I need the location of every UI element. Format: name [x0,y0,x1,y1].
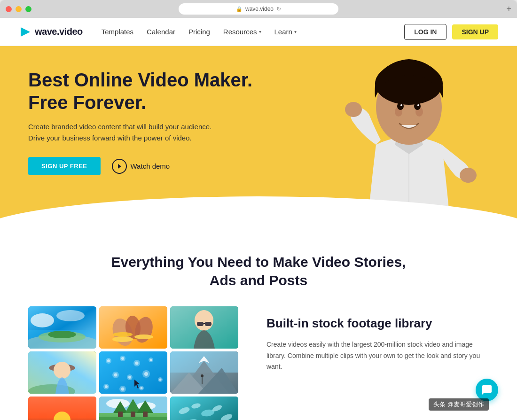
grid-item-fish[interactable] [170,397,238,420]
svg-point-26 [113,332,133,337]
logo-text: wave.video [35,26,83,37]
nav-templates[interactable]: Templates [102,28,133,36]
grid-item-woman[interactable] [170,306,238,349]
lock-icon: 🔒 [236,6,243,12]
address-bar[interactable]: 🔒 wave.video ↻ [179,3,338,15]
new-tab-button[interactable]: + [506,4,511,14]
hero-title: Best Online Video Maker. Free Forever. [28,69,252,114]
watch-demo-button[interactable]: Watch demo [112,159,170,174]
features-section: Everything You Need to Make Video Storie… [0,234,517,420]
grid-item-beach[interactable] [28,306,96,349]
svg-point-67 [201,374,204,377]
svg-point-8 [414,102,421,110]
stock-image-grid [28,306,238,420]
browser-titlebar: 🔒 wave.video ↻ + [0,0,517,18]
nav-resources[interactable]: Resources ▾ [223,28,261,36]
close-button[interactable] [6,6,12,12]
demo-play-icon [112,159,127,174]
logo[interactable]: wave.video [19,25,83,39]
url-text: wave.video [245,6,274,12]
svg-point-7 [397,102,404,110]
svg-rect-37 [99,351,167,394]
resources-chevron-icon: ▾ [259,29,261,34]
svg-rect-90 [118,412,123,417]
svg-rect-92 [143,412,148,417]
signup-button[interactable]: SIGN UP [452,24,498,39]
nav-learn[interactable]: Learn ▾ [274,28,297,36]
grid-item-mountain[interactable] [170,351,238,394]
feature-desc-title: Built-in stock footage library [266,316,489,332]
grid-item-sunset[interactable] [28,397,96,420]
svg-point-11 [345,102,362,117]
hero-subtitle: Create branded video content that will b… [28,121,252,144]
hero-actions: SIGN UP FREE Watch demo [28,157,252,175]
svg-point-43 [135,362,139,365]
svg-point-57 [121,388,125,391]
grid-item-girl[interactable] [28,351,96,394]
svg-point-20 [48,331,76,338]
logo-play-icon [19,25,32,39]
refresh-icon[interactable]: ↻ [276,6,281,12]
svg-point-18 [56,310,85,321]
svg-point-10 [417,104,419,106]
svg-point-27 [134,334,153,339]
feature-desc-text: Create videos easily with the largest 20… [266,339,489,373]
minimize-button[interactable] [16,6,22,12]
svg-marker-1 [118,164,121,169]
grid-item-forest[interactable] [99,397,167,420]
svg-point-49 [128,376,131,379]
svg-point-59 [141,387,143,389]
svg-marker-0 [21,27,30,37]
svg-rect-93 [99,417,167,420]
grid-item-pattern[interactable] [99,351,167,394]
svg-point-45 [150,359,152,361]
svg-point-55 [105,385,108,388]
navbar: wave.video Templates Calendar Pricing Re… [0,18,517,46]
hero-section: Best Online Video Maker. Free Forever. C… [0,46,517,234]
nav-calendar[interactable]: Calendar [147,28,175,36]
svg-point-25 [112,336,133,342]
svg-point-41 [121,357,124,360]
hero-text-block: Best Online Video Maker. Free Forever. C… [28,69,252,175]
svg-point-51 [144,372,148,376]
browser-content: wave.video Templates Calendar Pricing Re… [0,18,517,420]
svg-rect-31 [205,322,212,326]
features-grid: Built-in stock footage library Create vi… [28,306,489,420]
svg-point-47 [114,373,118,377]
svg-point-12 [460,168,477,183]
svg-point-29 [195,310,213,331]
nav-links: Templates Calendar Pricing Resources ▾ L… [102,28,404,36]
chat-icon [481,384,493,396]
nav-pricing[interactable]: Pricing [188,28,210,36]
feature-description: Built-in stock footage library Create vi… [257,306,489,373]
svg-point-53 [159,379,162,381]
browser-window: 🔒 wave.video ↻ + wave.video Templates Ca… [0,0,517,420]
svg-rect-30 [197,322,204,326]
login-button[interactable]: LOG IN [404,24,446,40]
nav-actions: LOG IN SIGN UP [404,24,498,40]
svg-point-36 [54,362,70,379]
maximize-button[interactable] [25,6,31,12]
svg-point-39 [107,359,110,362]
watermark: 头条 @麦哥爱创作 [429,398,489,411]
chat-button[interactable] [476,379,498,401]
svg-point-17 [31,313,54,327]
grid-item-hands[interactable] [99,306,167,349]
svg-rect-91 [131,412,135,417]
signup-free-button[interactable]: SIGN UP FREE [28,157,101,175]
features-title: Everything You Need to Make Video Storie… [28,253,489,289]
learn-chevron-icon: ▾ [294,29,297,34]
svg-point-9 [400,104,402,106]
